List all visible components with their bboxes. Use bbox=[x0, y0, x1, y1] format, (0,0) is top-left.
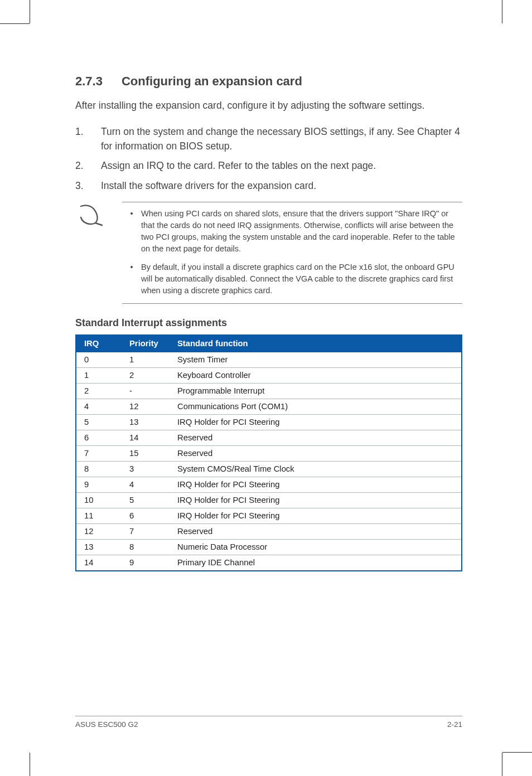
irq-table: IRQ Priority Standard function 01System … bbox=[75, 334, 462, 571]
cell-irq: 7 bbox=[76, 445, 124, 461]
cell-priority: 6 bbox=[124, 508, 172, 523]
table-row: 116IRQ Holder for PCI Steering bbox=[76, 508, 462, 523]
cell-priority: 12 bbox=[124, 399, 172, 414]
cell-function: IRQ Holder for PCI Steering bbox=[172, 508, 462, 523]
heading-number: 2.7.3 bbox=[75, 74, 103, 89]
table-row: 513IRQ Holder for PCI Steering bbox=[76, 414, 462, 430]
table-row: 2-Programmable Interrupt bbox=[76, 383, 462, 399]
table-row: 01System Timer bbox=[76, 352, 462, 368]
cell-irq: 5 bbox=[76, 414, 124, 430]
heading-title: Configuring an expansion card bbox=[122, 74, 302, 89]
step-number: 3. bbox=[75, 179, 101, 193]
cell-irq: 9 bbox=[76, 477, 124, 492]
table-row: 715Reserved bbox=[76, 445, 462, 461]
table-row: 12Keyboard Controller bbox=[76, 367, 462, 383]
cell-function: Programmable Interrupt bbox=[172, 383, 462, 399]
cell-irq: 4 bbox=[76, 399, 124, 414]
col-header-irq: IRQ bbox=[76, 335, 124, 352]
table-row: 105IRQ Holder for PCI Steering bbox=[76, 492, 462, 508]
cell-priority: - bbox=[124, 383, 172, 399]
cell-priority: 13 bbox=[124, 414, 172, 430]
cell-irq: 2 bbox=[76, 383, 124, 399]
footer-right: 2-21 bbox=[447, 720, 462, 729]
cell-function: Numeric Data Processor bbox=[172, 539, 462, 555]
cell-irq: 8 bbox=[76, 461, 124, 477]
cell-irq: 1 bbox=[76, 367, 124, 383]
table-header-row: IRQ Priority Standard function bbox=[76, 335, 462, 352]
list-item: 2. Assign an IRQ to the card. Refer to t… bbox=[75, 159, 462, 173]
table-title: Standard Interrupt assignments bbox=[75, 317, 462, 329]
cell-priority: 14 bbox=[124, 430, 172, 445]
cell-irq: 14 bbox=[76, 555, 124, 571]
cell-irq: 10 bbox=[76, 492, 124, 508]
cell-function: Reserved bbox=[172, 430, 462, 445]
step-number: 2. bbox=[75, 159, 101, 173]
page-content: 2.7.3 Configuring an expansion card Afte… bbox=[75, 74, 462, 571]
table-row: 149Primary IDE Channel bbox=[76, 555, 462, 571]
cell-function: IRQ Holder for PCI Steering bbox=[172, 492, 462, 508]
note-text: By default, if you install a discrete gr… bbox=[141, 261, 462, 297]
cell-priority: 8 bbox=[124, 539, 172, 555]
cell-priority: 3 bbox=[124, 461, 172, 477]
cell-priority: 1 bbox=[124, 352, 172, 368]
cell-function: IRQ Holder for PCI Steering bbox=[172, 414, 462, 430]
cell-function: Reserved bbox=[172, 445, 462, 461]
list-item: 1. Turn on the system and change the nec… bbox=[75, 125, 462, 153]
cell-irq: 6 bbox=[76, 430, 124, 445]
cell-irq: 12 bbox=[76, 523, 124, 539]
col-header-function: Standard function bbox=[172, 335, 462, 352]
note-block: • When using PCI cards on shared slots, … bbox=[75, 202, 462, 304]
table-row: 83System CMOS/Real Time Clock bbox=[76, 461, 462, 477]
steps-list: 1. Turn on the system and change the nec… bbox=[75, 125, 462, 193]
cell-priority: 5 bbox=[124, 492, 172, 508]
table-row: 412Communications Port (COM1) bbox=[76, 399, 462, 414]
footer-left: ASUS ESC500 G2 bbox=[75, 720, 138, 729]
table-row: 614Reserved bbox=[76, 430, 462, 445]
note-body: • When using PCI cards on shared slots, … bbox=[122, 202, 462, 304]
bullet-icon: • bbox=[122, 208, 141, 255]
cell-irq: 11 bbox=[76, 508, 124, 523]
cell-irq: 13 bbox=[76, 539, 124, 555]
list-item: • By default, if you install a discrete … bbox=[122, 261, 462, 297]
step-text: Install the software drivers for the exp… bbox=[101, 179, 462, 193]
step-number: 1. bbox=[75, 125, 101, 153]
col-header-priority: Priority bbox=[124, 335, 172, 352]
list-item: 3. Install the software drivers for the … bbox=[75, 179, 462, 193]
cell-function: Keyboard Controller bbox=[172, 367, 462, 383]
cell-function: System CMOS/Real Time Clock bbox=[172, 461, 462, 477]
cell-priority: 9 bbox=[124, 555, 172, 571]
intro-paragraph: After installing the expansion card, con… bbox=[75, 99, 462, 113]
section-heading: 2.7.3 Configuring an expansion card bbox=[75, 74, 462, 89]
cell-function: Primary IDE Channel bbox=[172, 555, 462, 571]
cell-irq: 0 bbox=[76, 352, 124, 368]
table-row: 127Reserved bbox=[76, 523, 462, 539]
cell-function: Communications Port (COM1) bbox=[172, 399, 462, 414]
cell-function: System Timer bbox=[172, 352, 462, 368]
bullet-icon: • bbox=[122, 261, 141, 297]
cell-priority: 4 bbox=[124, 477, 172, 492]
cell-priority: 2 bbox=[124, 367, 172, 383]
cell-function: IRQ Holder for PCI Steering bbox=[172, 477, 462, 492]
cell-priority: 7 bbox=[124, 523, 172, 539]
step-text: Turn on the system and change the necess… bbox=[101, 125, 462, 153]
cell-priority: 15 bbox=[124, 445, 172, 461]
cell-function: Reserved bbox=[172, 523, 462, 539]
page-footer: ASUS ESC500 G2 2-21 bbox=[75, 716, 462, 729]
table-row: 94IRQ Holder for PCI Steering bbox=[76, 477, 462, 492]
step-text: Assign an IRQ to the card. Refer to the … bbox=[101, 159, 462, 173]
note-text: When using PCI cards on shared slots, en… bbox=[141, 208, 462, 255]
table-row: 138Numeric Data Processor bbox=[76, 539, 462, 555]
note-icon bbox=[75, 202, 122, 304]
list-item: • When using PCI cards on shared slots, … bbox=[122, 208, 462, 255]
